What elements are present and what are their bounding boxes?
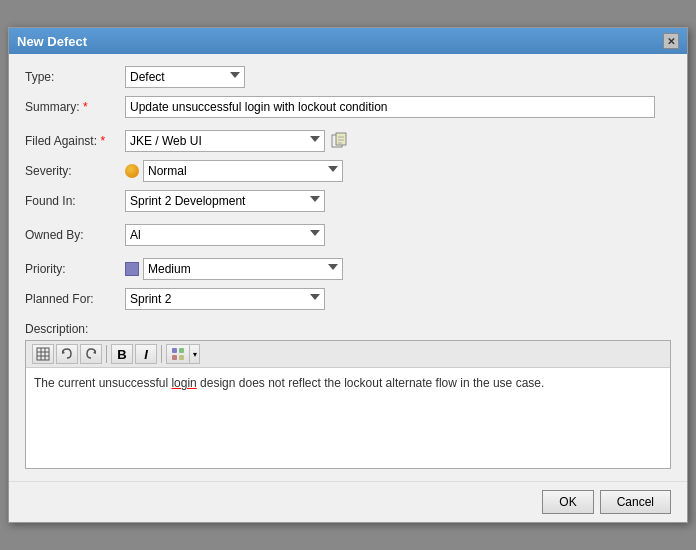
priority-control: Medium: [125, 258, 405, 280]
filed-against-row: Filed Against: * JKE / Web UI: [25, 130, 671, 152]
dialog-body: Type: Defect Summary: * Filed Against: *: [9, 54, 687, 481]
found-in-select[interactable]: Sprint 2 Development: [125, 190, 325, 212]
found-in-label: Found In:: [25, 194, 125, 208]
italic-button[interactable]: I: [135, 344, 157, 364]
svg-rect-12: [172, 348, 177, 353]
owned-by-row: Owned By: Al: [25, 224, 671, 246]
dialog-title: New Defect: [17, 34, 87, 49]
planned-for-control: Sprint 2: [125, 288, 405, 310]
summary-row: Summary: *: [25, 96, 671, 118]
insert-table-button[interactable]: [32, 344, 54, 364]
severity-label: Severity:: [25, 164, 125, 178]
type-control: Defect: [125, 66, 265, 88]
editor-text-link: login: [171, 376, 196, 390]
planned-for-label: Planned For:: [25, 292, 125, 306]
priority-row: Priority: Medium: [25, 258, 671, 280]
description-editor: B I ▾: [25, 340, 671, 469]
svg-rect-14: [179, 348, 184, 353]
planned-for-row: Planned For: Sprint 2: [25, 288, 671, 310]
editor-content[interactable]: The current unsuccessful login design do…: [26, 368, 670, 468]
svg-rect-15: [179, 355, 184, 360]
planned-for-select[interactable]: Sprint 2: [125, 288, 325, 310]
undo-button[interactable]: [56, 344, 78, 364]
ok-button[interactable]: OK: [542, 490, 593, 514]
bold-button[interactable]: B: [111, 344, 133, 364]
editor-text-post: design does not reflect the lockout alte…: [197, 376, 545, 390]
new-defect-dialog: New Defect ✕ Type: Defect Summary: * Fil…: [8, 27, 688, 523]
owned-by-label: Owned By:: [25, 228, 125, 242]
format-dropdown-button[interactable]: ▾: [166, 344, 200, 364]
toolbar-separator-2: [161, 345, 162, 363]
severity-row: Severity: Normal: [25, 160, 671, 182]
editor-text-pre: The current unsuccessful: [34, 376, 171, 390]
toolbar-separator-1: [106, 345, 107, 363]
svg-rect-13: [172, 355, 177, 360]
priority-label: Priority:: [25, 262, 125, 276]
type-row: Type: Defect: [25, 66, 671, 88]
type-label: Type:: [25, 70, 125, 84]
found-in-row: Found In: Sprint 2 Development: [25, 190, 671, 212]
severity-select[interactable]: Normal: [143, 160, 343, 182]
browse-icon[interactable]: [329, 130, 351, 152]
priority-select[interactable]: Medium: [143, 258, 343, 280]
filed-against-control: JKE / Web UI: [125, 130, 405, 152]
summary-input[interactable]: [125, 96, 655, 118]
redo-button[interactable]: [80, 344, 102, 364]
editor-toolbar: B I ▾: [26, 341, 670, 368]
close-button[interactable]: ✕: [663, 33, 679, 49]
found-in-control: Sprint 2 Development: [125, 190, 405, 212]
type-select[interactable]: Defect: [125, 66, 245, 88]
filed-against-label: Filed Against: *: [25, 134, 125, 148]
dialog-footer: OK Cancel: [9, 481, 687, 522]
owned-by-control: Al: [125, 224, 405, 246]
severity-control: Normal: [125, 160, 405, 182]
owned-by-select[interactable]: Al: [125, 224, 325, 246]
severity-icon: [125, 164, 139, 178]
filed-against-select[interactable]: JKE / Web UI: [125, 130, 325, 152]
cancel-button[interactable]: Cancel: [600, 490, 671, 514]
dialog-titlebar: New Defect ✕: [9, 28, 687, 54]
description-label: Description:: [25, 322, 671, 336]
svg-rect-5: [37, 348, 49, 360]
summary-label: Summary: *: [25, 100, 125, 114]
format-icon: [167, 344, 189, 364]
priority-icon: [125, 262, 139, 276]
format-dropdown-arrow: ▾: [189, 344, 199, 364]
